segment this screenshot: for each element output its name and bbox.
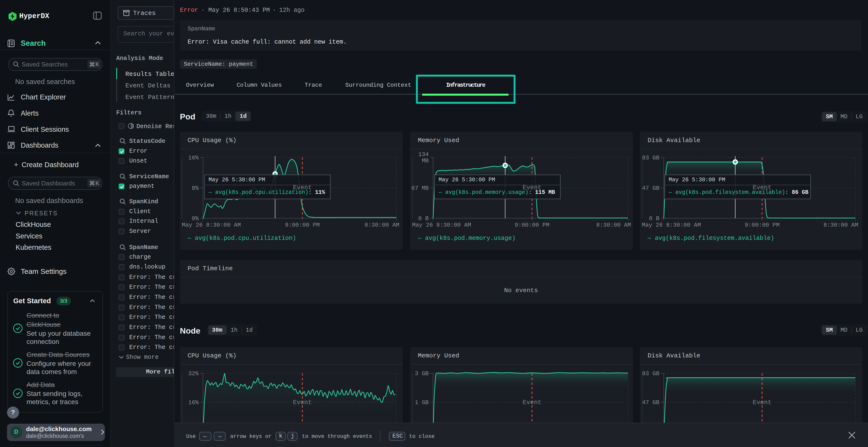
svg-text:0%: 0% (192, 215, 199, 222)
svg-text:134: 134 (418, 151, 429, 158)
svg-text:0 B: 0 B (649, 215, 659, 222)
svg-text:— avg(k8s.pod.cpu.utilization): — avg(k8s.pod.cpu.utilization) (187, 235, 296, 242)
svg-text:May 26 8:30:00 AM: May 26 8:30:00 AM (412, 222, 471, 228)
svg-text:May 26 8:30:00 AM: May 26 8:30:00 AM (182, 222, 241, 228)
svg-text:93 GB: 93 GB (642, 154, 659, 161)
svg-text:16%: 16% (188, 154, 199, 161)
svg-text:32%: 32% (188, 370, 199, 377)
svg-text:— avg(k8s.pod.filesystem.avail: — avg(k8s.pod.filesystem.available) (647, 235, 774, 242)
svg-text:9:00:00 PM: 9:00:00 PM (745, 222, 779, 228)
svg-text:MB: MB (422, 158, 429, 164)
svg-text:47 GB: 47 GB (642, 399, 659, 406)
svg-text:— avg(k8s.pod.memory.usage): — avg(k8s.pod.memory.usage) (417, 235, 516, 242)
svg-text:8:30:00 AM: 8:30:00 AM (824, 222, 858, 228)
svg-text:93 GB: 93 GB (642, 370, 659, 377)
svg-text:9:00:00 PM: 9:00:00 PM (515, 222, 550, 228)
svg-text:67 MB: 67 MB (411, 185, 429, 192)
svg-text:9:00:00 PM: 9:00:00 PM (285, 222, 320, 228)
svg-text:8:30:00 AM: 8:30:00 AM (596, 222, 631, 228)
svg-text:8:30:00 AM: 8:30:00 AM (365, 222, 399, 228)
svg-text:8%: 8% (192, 185, 199, 192)
svg-text:1 GB: 1 GB (415, 399, 429, 406)
svg-text:0 B: 0 B (418, 215, 429, 222)
svg-text:May 26 8:30:00 AM: May 26 8:30:00 AM (642, 222, 701, 228)
svg-text:3 GB: 3 GB (415, 370, 429, 377)
svg-text:47 GB: 47 GB (642, 185, 659, 192)
svg-text:16%: 16% (188, 399, 199, 406)
